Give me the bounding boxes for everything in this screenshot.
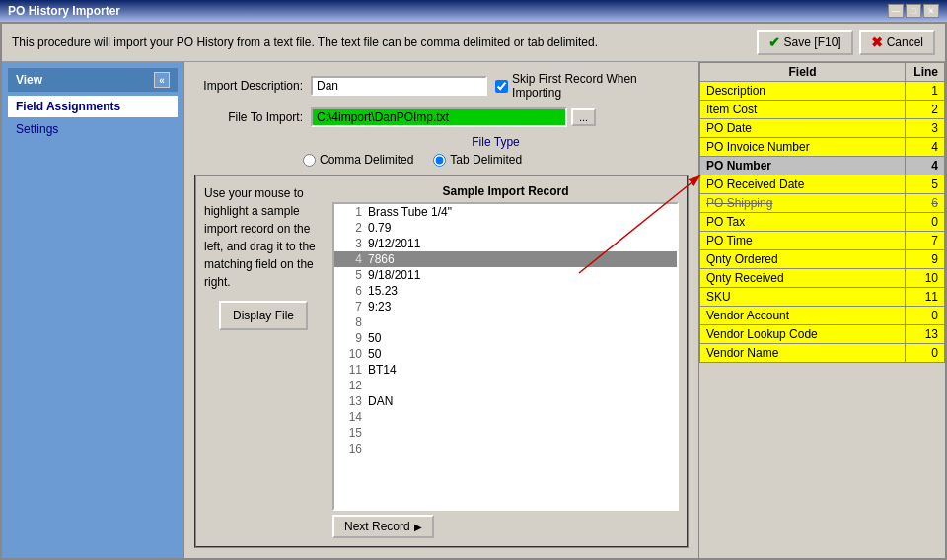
- sidebar-item-field-assignments[interactable]: Field Assignments: [8, 96, 178, 117]
- cancel-label: Cancel: [887, 35, 923, 49]
- sidebar-item-settings[interactable]: Settings: [8, 119, 178, 139]
- field-table-panel: Field Line Description1Item Cost2PO Date…: [698, 62, 945, 558]
- table-row[interactable]: Vendor Lookup Code13: [700, 325, 945, 344]
- file-input-row: ...: [311, 107, 596, 127]
- table-row[interactable]: PO Shipping6: [700, 194, 945, 213]
- main-panel: Import Description: Skip First Record Wh…: [184, 62, 698, 558]
- list-item[interactable]: 59/18/2011: [334, 267, 677, 283]
- x-icon: ✖: [871, 35, 883, 50]
- field-line: 6: [906, 194, 945, 213]
- import-description-input[interactable]: [311, 76, 487, 96]
- table-row[interactable]: Description1: [700, 82, 945, 101]
- main-dialog: This procedure will import your PO Histo…: [0, 22, 947, 560]
- window-controls[interactable]: — □ ✕: [888, 4, 939, 18]
- next-record-label: Next Record: [344, 520, 410, 533]
- list-item[interactable]: 13DAN: [334, 393, 677, 409]
- field-name: Vendor Account: [700, 307, 906, 325]
- line-value: 0.79: [368, 221, 673, 235]
- list-item[interactable]: 11BT14: [334, 362, 677, 378]
- line-number: 14: [338, 410, 362, 424]
- table-row[interactable]: PO Invoice Number4: [700, 138, 945, 157]
- line-value: [368, 379, 673, 392]
- list-container: Sample Import Record 1Brass Tube 1/4"20.…: [332, 184, 679, 538]
- list-item[interactable]: 1050: [334, 346, 677, 362]
- close-button[interactable]: ✕: [923, 4, 939, 18]
- line-value: 15.23: [368, 284, 673, 298]
- line-value: 9:23: [368, 300, 673, 314]
- table-row[interactable]: PO Tax0: [700, 213, 945, 232]
- minimize-button[interactable]: —: [888, 4, 904, 18]
- table-row[interactable]: PO Number4: [700, 157, 945, 175]
- line-number: 3: [338, 237, 362, 250]
- list-item[interactable]: 615.23: [334, 283, 677, 299]
- display-file-button[interactable]: Display File: [219, 301, 308, 330]
- save-button[interactable]: ✔ Save [F10]: [757, 30, 853, 55]
- table-row[interactable]: Vendor Name0: [700, 344, 945, 363]
- field-name: PO Invoice Number: [700, 138, 906, 157]
- field-line: 2: [906, 101, 945, 119]
- maximize-button[interactable]: □: [906, 4, 921, 18]
- list-item[interactable]: 47866: [334, 251, 677, 267]
- comma-delimited-option[interactable]: Comma Delimited: [303, 153, 413, 167]
- file-to-import-row: File To Import: ...: [194, 107, 689, 127]
- field-name: Vendor Lookup Code: [700, 325, 906, 344]
- line-value: [368, 442, 673, 455]
- field-line: 9: [906, 250, 945, 269]
- top-info-text: This procedure will import your PO Histo…: [12, 35, 757, 49]
- tab-delimited-option[interactable]: Tab Delimited: [433, 153, 522, 167]
- table-row[interactable]: Vendor Account0: [700, 307, 945, 325]
- table-row[interactable]: PO Time7: [700, 232, 945, 250]
- list-item[interactable]: 16: [334, 441, 677, 456]
- line-number: 8: [338, 315, 362, 329]
- field-name: PO Shipping: [700, 194, 906, 213]
- list-item[interactable]: 12: [334, 378, 677, 393]
- line-col-header: Line: [906, 63, 945, 82]
- line-number: 15: [338, 426, 362, 440]
- table-row[interactable]: Qnty Ordered9: [700, 250, 945, 269]
- cancel-button[interactable]: ✖ Cancel: [859, 30, 935, 55]
- field-col-header: Field: [700, 63, 906, 82]
- comma-delimited-radio[interactable]: [303, 154, 316, 167]
- list-item[interactable]: 14: [334, 409, 677, 425]
- import-description-row: Import Description: Skip First Record Wh…: [194, 72, 689, 100]
- window-title: PO History Importer: [8, 4, 120, 18]
- list-item[interactable]: 1Brass Tube 1/4": [334, 204, 677, 220]
- file-path-input[interactable]: [311, 107, 567, 127]
- toolbar-buttons: ✔ Save [F10] ✖ Cancel: [757, 30, 935, 55]
- line-value: [368, 426, 673, 440]
- table-row[interactable]: PO Date3: [700, 119, 945, 138]
- line-value: Brass Tube 1/4": [368, 205, 673, 219]
- line-number: 5: [338, 268, 362, 282]
- next-record-button[interactable]: Next Record ▶: [332, 515, 434, 538]
- table-row[interactable]: SKU11: [700, 288, 945, 307]
- collapse-button[interactable]: «: [154, 72, 170, 88]
- line-number: 2: [338, 221, 362, 235]
- field-line: 3: [906, 119, 945, 138]
- browse-button[interactable]: ...: [571, 108, 596, 126]
- list-item[interactable]: 15: [334, 425, 677, 441]
- field-name: SKU: [700, 288, 906, 307]
- list-item[interactable]: 39/12/2011: [334, 236, 677, 251]
- list-item[interactable]: 20.79: [334, 220, 677, 236]
- list-item[interactable]: 950: [334, 330, 677, 346]
- list-item[interactable]: 79:23: [334, 299, 677, 315]
- table-row[interactable]: PO Received Date5: [700, 175, 945, 194]
- field-line: 7: [906, 232, 945, 250]
- field-line: 10: [906, 269, 945, 288]
- field-line: 11: [906, 288, 945, 307]
- field-line: 1: [906, 82, 945, 101]
- field-line: 4: [906, 157, 945, 175]
- table-row[interactable]: Qnty Received10: [700, 269, 945, 288]
- line-value: 50: [368, 331, 673, 345]
- line-number: 7: [338, 300, 362, 314]
- sample-list-box[interactable]: 1Brass Tube 1/4"20.7939/12/20114786659/1…: [332, 202, 679, 511]
- list-item[interactable]: 8: [334, 315, 677, 330]
- sidebar-view-header: View «: [8, 68, 178, 92]
- field-name: Vendor Name: [700, 344, 906, 363]
- tab-delimited-radio[interactable]: [433, 154, 446, 167]
- table-row[interactable]: Item Cost2: [700, 101, 945, 119]
- left-instruction-area: Use your mouse to highlight a sample imp…: [204, 184, 323, 538]
- line-number: 9: [338, 331, 362, 345]
- skip-first-checkbox[interactable]: [495, 80, 508, 93]
- field-line: 0: [906, 213, 945, 232]
